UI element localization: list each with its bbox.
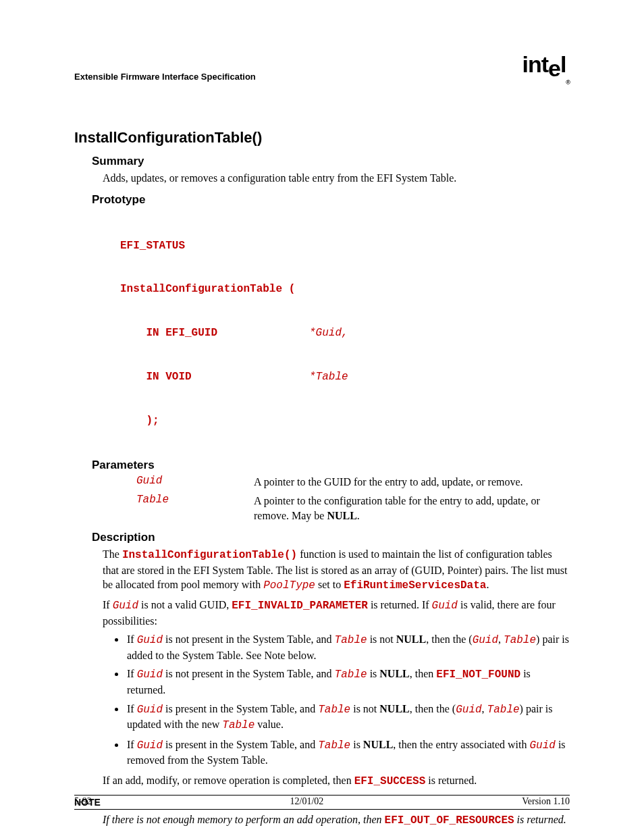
list-item: If Guid is not present in the System Tab… (126, 632, 570, 662)
parameters-table: Guid A pointer to the GUID for the entry… (136, 475, 570, 523)
parameters-heading: Parameters (92, 459, 570, 472)
page-header: Extensible Firmware Interface Specificat… (74, 54, 570, 82)
list-item: If Guid is not present in the System Tab… (126, 667, 570, 697)
param-row: Guid A pointer to the GUID for the entry… (136, 475, 570, 490)
list-item: If Guid is present in the System Table, … (126, 702, 570, 733)
description-bullets: If Guid is not present in the System Tab… (113, 632, 570, 768)
proto-line: IN EFI_GUID *Guid, (120, 326, 570, 341)
param-name: Guid (136, 475, 254, 490)
doc-title: Extensible Firmware Interface Specificat… (74, 72, 256, 82)
description-p3: If an add, modify, or remove operation i… (103, 773, 570, 789)
proto-line: ); (120, 414, 570, 429)
description-p2: If Guid is not a valid GUID, EFI_INVALID… (103, 598, 570, 628)
proto-line: InstallConfigurationTable ( (120, 282, 570, 297)
summary-heading: Summary (92, 155, 570, 168)
prototype-block: EFI_STATUS InstallConfigurationTable ( I… (120, 209, 570, 457)
proto-line: IN VOID *Table (120, 370, 570, 385)
footer-center: 12/01/02 (290, 796, 324, 807)
list-item: If Guid is present in the System Table, … (126, 737, 570, 768)
param-desc: A pointer to the GUID for the entry to a… (254, 475, 570, 490)
param-name: Table (136, 494, 254, 523)
note-body: If there is not enough memory to perform… (103, 812, 570, 829)
intel-logo: intel® (522, 51, 570, 79)
page-footer: 5-92 12/01/02 Version 1.10 (74, 796, 570, 807)
prototype-heading: Prototype (92, 193, 570, 207)
description-p1: The InstallConfigurationTable() function… (103, 547, 570, 594)
param-desc: A pointer to the configuration table for… (254, 494, 570, 523)
proto-line: EFI_STATUS (120, 239, 570, 254)
footer-left: 5-92 (74, 796, 92, 807)
footer-right: Version 1.10 (522, 796, 570, 807)
summary-text: Adds, updates, or removes a configuratio… (103, 171, 570, 186)
param-row: Table A pointer to the configuration tab… (136, 494, 570, 523)
function-title: InstallConfigurationTable() (74, 129, 570, 147)
description-heading: Description (92, 531, 570, 544)
page: Extensible Firmware Interface Specificat… (0, 0, 644, 834)
